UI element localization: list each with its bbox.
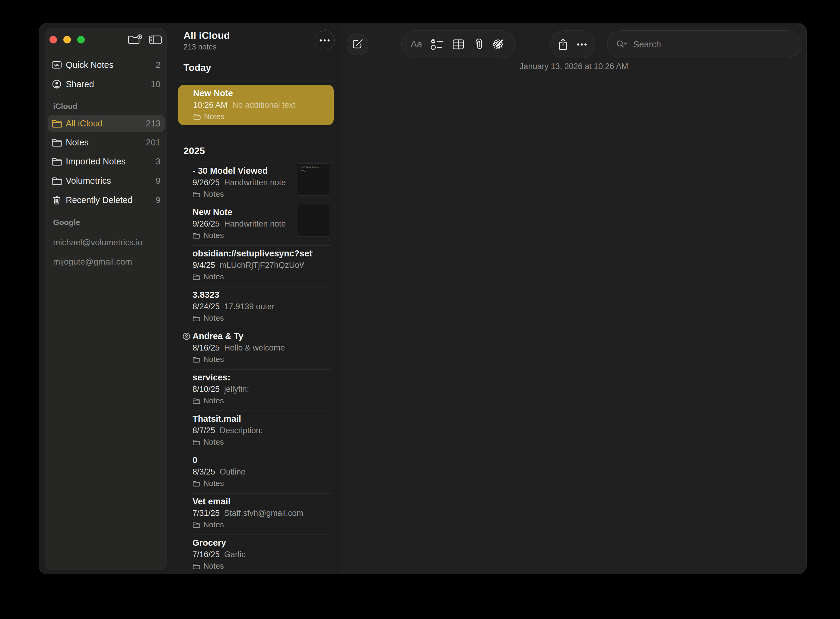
notes-window: Quick Notes 2 Shared 10iCloud All iCloud… (39, 23, 807, 574)
sidebar-item-notes[interactable]: Notes 201 (48, 134, 165, 151)
toggle-sidebar-button[interactable] (147, 33, 164, 47)
sidebar-item-count: 9 (156, 176, 160, 186)
folder-icon (193, 233, 200, 239)
note-list-column: All iCloud 213 notes TodayNew Note 10:26… (172, 23, 341, 574)
note-folder: Notes (204, 520, 224, 529)
sidebar-account[interactable]: mijogute@gmail.com (53, 255, 162, 269)
editor-pane: Aa ••• January 13, 2026 at 10:26 AM (341, 23, 807, 574)
note-preview: Staff.sfvh@gmail.com (224, 508, 304, 517)
note-folder: Notes (204, 112, 225, 121)
note-folder: Notes (204, 479, 224, 488)
note-date: 8/3/25 (193, 467, 215, 476)
note-date: 8/7/25 (193, 426, 215, 435)
compose-button[interactable] (347, 33, 368, 55)
sidebar-item-count: 2 (156, 60, 160, 70)
sidebar-item-label: Quick Notes (66, 60, 156, 70)
folder-icon (193, 357, 200, 363)
search-field[interactable] (607, 30, 801, 58)
note-title: New Note (193, 207, 232, 217)
sidebar-item-label: Shared (66, 79, 151, 89)
quick-note-icon (50, 60, 63, 69)
note-date: 9/26/25 (193, 178, 220, 187)
note-list-more-button[interactable] (315, 30, 335, 50)
note-thumbnail: - 30 Model ViewedWQZ (298, 163, 329, 196)
sidebar-account[interactable]: michael@volumetrics.io (53, 236, 162, 249)
sidebar-item-label: All iCloud (66, 118, 146, 129)
zoom-button[interactable] (77, 36, 85, 43)
note-date: 7/16/25 (193, 550, 220, 559)
share-toolbar: ••• (550, 30, 595, 58)
table-button[interactable] (452, 39, 465, 50)
note-preview: Handwritten note (224, 178, 286, 187)
note-title: Grocery (193, 538, 226, 548)
note-date: 8/10/25 (193, 384, 220, 394)
sidebar-item-imported-notes[interactable]: Imported Notes 3 (48, 153, 165, 170)
sidebar-item-all-icloud[interactable]: All iCloud 213 (48, 115, 165, 132)
note-row[interactable]: 0 8/3/25Outline Notes (172, 452, 341, 493)
sidebar-item-recently-deleted[interactable]: Recently Deleted 9 (48, 191, 165, 208)
note-list-count: 213 notes (183, 43, 217, 51)
folder-icon (193, 398, 200, 404)
note-row[interactable]: 3.8323 8/24/2517.9139 outer Notes (172, 287, 341, 328)
note-preview: Outline (220, 467, 246, 476)
sidebar-item-volumetrics[interactable]: Volumetrics 9 (48, 172, 165, 189)
note-folder: Notes (204, 190, 224, 199)
sidebar-section-google: Google (53, 218, 80, 227)
sidebar-item-shared[interactable]: Shared 10 (48, 76, 165, 93)
compose-icon (351, 38, 364, 51)
folder-icon (193, 114, 201, 120)
note-row[interactable]: Vet email 7/31/25Staff.sfvh@gmail.com No… (172, 493, 341, 535)
note-folder: Notes (204, 561, 224, 571)
note-title: New Note (193, 88, 334, 98)
note-folder: Notes (204, 313, 224, 323)
note-preview: 17.9139 outer (224, 302, 275, 311)
note-date: 8/24/25 (193, 302, 220, 311)
note-folder: Notes (204, 437, 224, 447)
more-options-button[interactable]: ••• (577, 40, 588, 49)
group-header: 2025 (183, 145, 341, 157)
folder-icon (193, 522, 200, 528)
note-title: 0 (193, 455, 197, 465)
note-preview: mLUchRjTjF27hQzUoWvcm… (220, 261, 304, 270)
note-row[interactable]: - 30 Model Viewed 9/26/25Handwritten not… (172, 163, 341, 204)
note-row[interactable]: obsidian://setuplivesync?setti… 9/4/25mL… (172, 245, 341, 287)
note-date: 9/26/25 (193, 219, 220, 228)
folder-icon (193, 480, 200, 487)
minimize-button[interactable] (63, 36, 71, 43)
folder-icon (50, 157, 63, 166)
note-row[interactable]: Grocery 7/16/25Garlic Notes (172, 535, 341, 574)
attachment-button[interactable] (473, 38, 484, 51)
search-input[interactable] (633, 39, 793, 50)
note-row[interactable]: New Note 9/26/25Handwritten note Notes (172, 204, 341, 245)
checklist-button[interactable] (430, 38, 444, 51)
shared-person-icon (183, 332, 190, 340)
note-folder: Notes (204, 231, 224, 240)
sidebar-section-icloud: iCloud (53, 102, 78, 111)
apple-intelligence-button[interactable] (492, 37, 506, 51)
note-date: 7/31/25 (193, 508, 220, 517)
sidebar-item-label: Notes (66, 138, 146, 148)
sidebar-item-quick-notes[interactable]: Quick Notes 2 (48, 57, 165, 73)
note-row-selected[interactable]: New Note 10:26 AMNo additional text Note… (178, 85, 334, 125)
sidebar-item-label: Imported Notes (66, 157, 156, 166)
sidebar-toggle-icon (148, 34, 163, 46)
note-row[interactable]: Andrea & Ty 8/16/25Hello & welcome Notes (172, 328, 341, 369)
close-button[interactable] (49, 36, 57, 43)
checklist-icon (430, 38, 444, 51)
note-folder: Notes (204, 355, 224, 364)
note-row[interactable]: services: 8/10/25jellyfin: Notes (172, 369, 341, 411)
sidebar-item-count: 201 (146, 138, 160, 148)
note-preview: Handwritten note (224, 219, 286, 228)
trash-icon (50, 195, 63, 205)
folder-icon (193, 191, 200, 197)
sidebar: Quick Notes 2 Shared 10iCloud All iCloud… (45, 28, 167, 570)
share-button[interactable] (558, 38, 569, 51)
apple-intelligence-icon (492, 37, 506, 51)
format-text-button[interactable]: Aa (411, 39, 422, 50)
folder-icon (193, 439, 200, 445)
person-circle-icon (50, 79, 63, 89)
note-row[interactable]: Thatsit.mail 8/7/25Description: Notes (172, 411, 341, 452)
note-preview: Garlic (224, 550, 246, 559)
note-preview: Description: (220, 426, 263, 435)
new-folder-button[interactable] (126, 33, 144, 47)
